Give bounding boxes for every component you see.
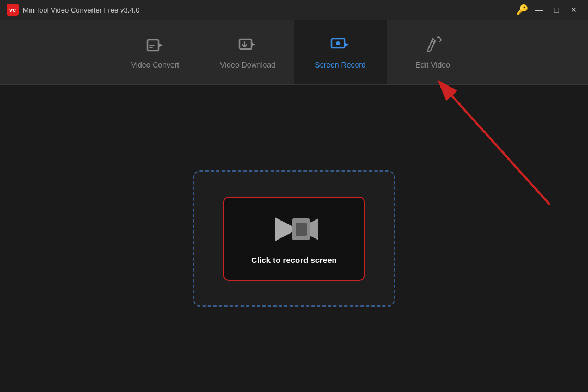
- arrow-annotation: [397, 79, 561, 216]
- tab-video-convert[interactable]: Video Convert: [109, 20, 201, 84]
- key-icon: 🔑: [516, 4, 528, 16]
- record-label: Click to record screen: [251, 255, 337, 265]
- tab-video-download-label: Video Download: [220, 60, 275, 69]
- tab-edit-video-label: Edit Video: [415, 60, 450, 69]
- app-title: MiniTool Video Converter Free v3.4.0: [23, 6, 531, 14]
- tab-video-download[interactable]: Video Download: [201, 20, 294, 84]
- record-camera-icon: [270, 213, 318, 246]
- titlebar: vc MiniTool Video Converter Free v3.4.0 …: [0, 0, 588, 20]
- main-content: Click to record screen: [0, 85, 588, 392]
- logo-text: vc: [9, 7, 16, 13]
- app-logo: vc: [7, 4, 19, 16]
- svg-point-3: [336, 41, 340, 45]
- tab-edit-video[interactable]: Edit Video: [387, 20, 479, 84]
- record-container: Click to record screen: [193, 170, 395, 307]
- svg-rect-8: [296, 223, 307, 236]
- edit-video-icon: [423, 35, 443, 55]
- tab-video-convert-label: Video Convert: [131, 60, 179, 69]
- svg-line-5: [452, 96, 550, 205]
- tab-screen-record[interactable]: Screen Record: [294, 20, 387, 84]
- screen-record-icon: [330, 35, 350, 55]
- svg-marker-9: [310, 218, 318, 240]
- minimize-button[interactable]: —: [531, 2, 547, 17]
- window-controls: — □ ✕: [531, 2, 581, 17]
- video-download-icon: [238, 35, 258, 55]
- tab-screen-record-label: Screen Record: [315, 60, 365, 69]
- video-convert-icon: [145, 35, 165, 55]
- close-button[interactable]: ✕: [566, 2, 581, 17]
- nav-tabs: Video Convert Video Download Screen Reco…: [0, 20, 588, 85]
- record-button[interactable]: Click to record screen: [223, 197, 365, 281]
- maximize-button[interactable]: □: [549, 2, 564, 17]
- svg-rect-1: [240, 39, 252, 49]
- camera-icon-wrapper: [270, 213, 318, 246]
